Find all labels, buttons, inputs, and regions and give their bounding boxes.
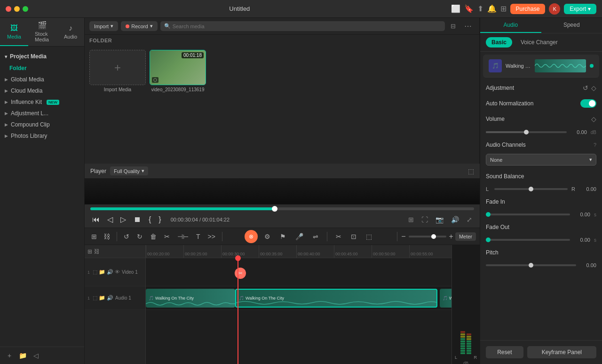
fit-icon[interactable]: ⊞	[406, 215, 416, 224]
audio-clip-2[interactable]: 🎵 Walking On The City	[235, 289, 437, 308]
right-tab-audio[interactable]: Audio	[480, 18, 541, 33]
filter-button[interactable]: ⊟	[448, 22, 459, 31]
minimize-button[interactable]	[14, 6, 20, 12]
right-tab-speed[interactable]: Speed	[541, 18, 602, 33]
keyframe-panel-button[interactable]: Keyframe Panel	[527, 346, 596, 358]
delete-button[interactable]: 🗑	[147, 231, 159, 242]
sidebar-item-folder[interactable]: Folder	[0, 63, 84, 74]
fade-in-slider[interactable]	[486, 214, 570, 215]
display-icon[interactable]: ⬜	[451, 4, 460, 13]
bookmark-icon[interactable]: 🔖	[464, 4, 474, 13]
add-folder-icon[interactable]: +	[5, 351, 14, 360]
sidebar-item-compound-clip[interactable]: ▶ Compound Clip	[0, 119, 84, 130]
zoom-in-button[interactable]: +	[449, 232, 453, 241]
frame-back-button[interactable]: ◁	[105, 214, 115, 225]
audio-track-clip-icon[interactable]: ⬚	[93, 295, 97, 301]
audio-track-folder-icon[interactable]: 📁	[99, 295, 105, 301]
play-button[interactable]: ▷	[119, 214, 128, 225]
sub-tab-basic[interactable]: Basic	[486, 37, 512, 47]
folder-icon[interactable]: 📁	[18, 351, 27, 360]
audio-track-volume-icon[interactable]: 🔊	[107, 295, 113, 301]
fade-out-slider[interactable]	[486, 239, 570, 241]
video-track-audio-icon[interactable]: 🔊	[107, 269, 113, 275]
search-box[interactable]: 🔍	[160, 21, 445, 31]
crop-icon[interactable]: ⬚	[468, 167, 474, 175]
settings-button[interactable]: ⚙	[261, 231, 273, 242]
tab-stock-media[interactable]: 🎬 Stock Media	[28, 18, 56, 46]
import-button[interactable]: Import ▾	[89, 21, 118, 31]
scene-split-button[interactable]: ⊞	[88, 231, 100, 242]
reset-button[interactable]: Reset	[486, 346, 523, 358]
sidebar-item-influence-kit[interactable]: ▶ Influence Kit NEW	[0, 96, 84, 108]
import-media-item[interactable]: + Import Media	[89, 50, 146, 92]
more-options-button[interactable]: ⋯	[461, 21, 475, 32]
video-media-item[interactable]: 00:01:18 ⬡ video_20230809_113619	[150, 50, 206, 92]
tab-audio[interactable]: ♪ Audio	[56, 18, 85, 46]
audio-channels-select[interactable]: None ▾	[486, 154, 596, 166]
grid-icon[interactable]: ⊞	[500, 4, 507, 13]
flag-button[interactable]: ⚑	[277, 231, 289, 242]
meter-button[interactable]: Meter	[455, 232, 476, 241]
sidebar-item-cloud-media[interactable]: ▶ Cloud Media	[0, 85, 84, 96]
mic-button[interactable]: 🎤	[293, 231, 306, 242]
auto-normalization-toggle[interactable]	[580, 99, 596, 108]
diamond-icon[interactable]: ◇	[591, 84, 596, 92]
video-track-eye-icon[interactable]: 👁	[115, 269, 120, 275]
link-track-button[interactable]: ⛓	[94, 248, 100, 255]
volume-icon[interactable]: 🔊	[449, 215, 461, 224]
stop-button[interactable]: ⏹	[132, 214, 143, 225]
skip-back-button[interactable]: ⏮	[90, 214, 102, 225]
snapshot-icon[interactable]: 📷	[434, 215, 445, 224]
quality-select[interactable]: Full Quality ▾	[110, 166, 148, 175]
audio-clip-1[interactable]: 🎵 Walking On The City	[146, 289, 235, 308]
search-input[interactable]	[173, 24, 441, 29]
zoom-slider[interactable]	[409, 236, 446, 237]
close-button[interactable]	[6, 6, 11, 12]
video-track-clip-icon[interactable]: ⬚	[93, 269, 97, 275]
split-button[interactable]: ⊣⊢	[174, 231, 191, 242]
notification-icon[interactable]: 🔔	[487, 4, 497, 13]
add-track-above-button[interactable]: ⊞	[87, 248, 92, 255]
link-button[interactable]: ⛓	[101, 231, 113, 242]
text-button[interactable]: T	[193, 231, 203, 242]
import-media-thumb[interactable]: +	[89, 50, 146, 85]
export-button[interactable]: Export ▾	[564, 4, 596, 14]
audio-clip-3[interactable]: 🎵 Walk...	[440, 289, 452, 308]
forward-button[interactable]: >>	[205, 231, 218, 242]
zoom-fit-icon[interactable]: ⛶	[420, 215, 430, 224]
scissors-button[interactable]: ✂	[333, 231, 344, 242]
pitch-slider[interactable]	[486, 264, 576, 266]
project-media-header[interactable]: ▾ Project Media	[0, 50, 84, 63]
fullscreen-icon[interactable]: ⤢	[465, 215, 474, 224]
upload-icon[interactable]: ⬆	[477, 4, 483, 13]
snap-button[interactable]: ⊗	[245, 230, 258, 243]
sidebar-item-global-media[interactable]: ▶ Global Media	[0, 74, 84, 85]
sub-tab-voice-changer[interactable]: Voice Changer	[515, 37, 563, 47]
cut-button[interactable]: ✂	[161, 231, 173, 242]
record-button[interactable]: Record ▾	[121, 21, 157, 31]
purchase-button[interactable]: Purchase	[510, 4, 546, 14]
volume-diamond-icon[interactable]: ◇	[591, 115, 596, 123]
mosaic-button[interactable]: ⊡	[348, 231, 359, 242]
mix-button[interactable]: ⇌	[310, 231, 321, 242]
maximize-button[interactable]	[23, 6, 28, 12]
time-display: 00:00:30:04 / 00:01:04:22	[171, 217, 230, 222]
reset-icon[interactable]: ↺	[583, 84, 588, 92]
video-thumb[interactable]: 00:01:18 ⬡	[150, 50, 206, 85]
progress-bar[interactable]	[90, 207, 474, 210]
progress-thumb[interactable]	[272, 206, 277, 212]
volume-slider[interactable]	[486, 131, 567, 133]
video-track-folder-icon[interactable]: 📁	[99, 269, 105, 275]
sidebar-item-photos-library[interactable]: ▶ Photos Library	[0, 130, 84, 142]
left-collapse-icon[interactable]: ◁	[31, 351, 40, 360]
frame-button[interactable]: ⬚	[363, 231, 375, 242]
audio-channels-help-icon[interactable]: ?	[594, 142, 596, 148]
tab-media[interactable]: 🖼 Media	[0, 18, 28, 46]
undo-button[interactable]: ↺	[121, 231, 132, 242]
out-point-button[interactable]: }	[157, 214, 163, 225]
zoom-out-button[interactable]: −	[401, 232, 405, 241]
in-point-button[interactable]: {	[147, 214, 153, 225]
sidebar-item-adjustment[interactable]: ▶ Adjustment L...	[0, 108, 84, 119]
redo-button[interactable]: ↻	[134, 231, 145, 242]
balance-slider[interactable]	[494, 188, 568, 190]
